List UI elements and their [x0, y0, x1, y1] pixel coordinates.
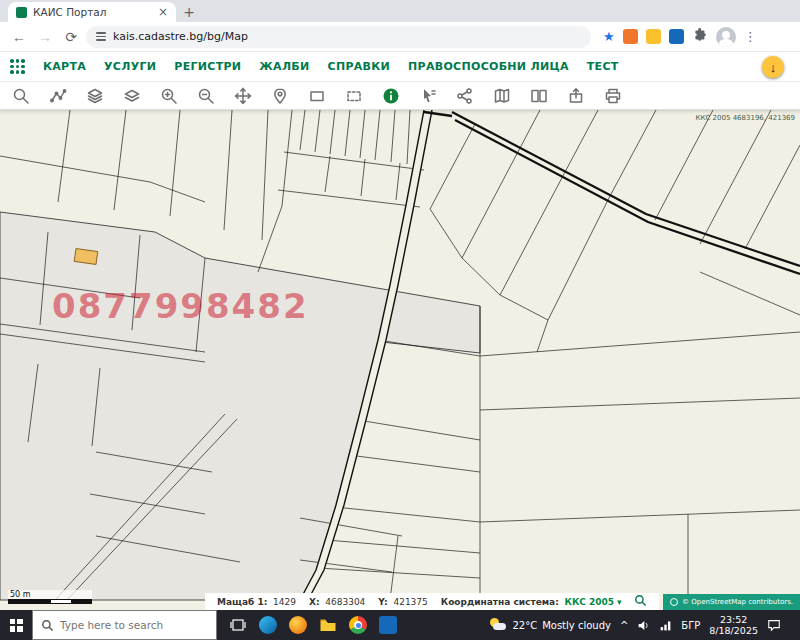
forward-icon[interactable]: → [34, 29, 56, 45]
volume-icon[interactable] [637, 619, 650, 632]
firefox-app-icon[interactable] [289, 616, 307, 634]
zoom-out-tool-button[interactable] [197, 87, 215, 105]
layers-outline-tool-button[interactable] [123, 87, 141, 105]
browser-tab[interactable]: КАИС Портал × [8, 2, 176, 22]
bookmark-star-icon[interactable]: ★ [603, 29, 615, 44]
kais-favicon-icon [16, 7, 27, 18]
taskbar-search[interactable] [32, 610, 217, 640]
tab-close-icon[interactable]: × [158, 6, 168, 18]
x-value: 4683304 [325, 597, 365, 607]
edge-app-icon[interactable] [259, 616, 277, 634]
extension-icon-orange[interactable] [623, 29, 638, 44]
zoom-in-icon [160, 87, 178, 105]
pan-icon [234, 87, 252, 105]
cadastre-map[interactable]: 0877998482 ККС 2005 4683196, 421369 [0, 110, 800, 610]
location-tool-button[interactable] [271, 87, 289, 105]
reload-icon[interactable]: ⟳ [60, 29, 82, 45]
nav-item-karta[interactable]: КАРТА [43, 60, 86, 73]
tray-chevron-up-icon[interactable]: ^ [620, 620, 628, 631]
nav-item-pravosposobni-litsa[interactable]: ПРАВОСПОСОБНИ ЛИЦА [408, 60, 569, 73]
search-icon [12, 87, 30, 105]
zoom-out-icon [197, 87, 215, 105]
task-view-button[interactable] [229, 616, 247, 634]
folded-map-icon [493, 87, 511, 105]
layers-tool-button[interactable] [86, 87, 104, 105]
search-tool-button[interactable] [12, 87, 30, 105]
map-tool-button[interactable] [493, 87, 511, 105]
download-button[interactable]: ↓ [762, 56, 784, 78]
export-tool-button[interactable] [567, 87, 585, 105]
layers-outline-icon [123, 87, 141, 105]
share-tool-button[interactable] [456, 87, 474, 105]
extensions-puzzle-icon[interactable] [692, 27, 708, 47]
weather-icon [489, 617, 507, 633]
rect-dashed-tool-button[interactable] [345, 87, 363, 105]
scale-bar: 50 m [8, 590, 92, 604]
draw-nodes-tool-button[interactable] [49, 87, 67, 105]
status-search-icon[interactable] [634, 594, 647, 609]
y-value: 421375 [393, 597, 427, 607]
location-pin-icon [271, 87, 289, 105]
rect-select-tool-button[interactable] [308, 87, 326, 105]
watermark-phone: 0877998482 [52, 286, 309, 326]
compare-tool-button[interactable] [530, 87, 548, 105]
back-icon[interactable]: ← [8, 29, 30, 45]
tab-title: КАИС Портал [33, 6, 152, 18]
taskbar-search-input[interactable] [60, 619, 200, 631]
network-icon[interactable] [659, 619, 672, 632]
nav-item-registri[interactable]: РЕГИСТРИ [174, 60, 241, 73]
scale-label: Мащаб 1: [217, 597, 267, 607]
windows-logo-icon [10, 619, 23, 632]
pan-tool-button[interactable] [234, 87, 252, 105]
language-indicator[interactable]: БГР [681, 620, 700, 631]
rectangle-icon [308, 87, 326, 105]
pointer-info-icon [419, 87, 437, 105]
new-tab-button[interactable]: + [176, 2, 202, 22]
osm-attribution[interactable]: © OpenStreetMap contributors. [663, 594, 800, 610]
print-tool-button[interactable] [604, 87, 622, 105]
compare-panes-icon [530, 87, 548, 105]
blue-app-icon[interactable] [379, 616, 397, 634]
nav-item-spravki[interactable]: СПРАВКИ [328, 60, 391, 73]
browser-menu-icon[interactable]: ⋮ [744, 29, 757, 44]
taskbar-clock[interactable]: 23:52 8/18/2025 [709, 614, 758, 637]
chrome-app-icon[interactable] [349, 616, 367, 634]
zoom-in-tool-button[interactable] [160, 87, 178, 105]
map-status-bar: Мащаб 1: 1429 X: 4683304 Y: 421375 Коорд… [205, 593, 659, 610]
buildings-layer [74, 249, 98, 265]
y-label: Y: [378, 597, 387, 607]
osm-logo-icon [670, 598, 678, 606]
nav-item-uslugi[interactable]: УСЛУГИ [104, 60, 156, 73]
url-bar[interactable]: kais.cadastre.bg/bg/Map [86, 26, 591, 48]
extension-icon-yellow[interactable] [646, 29, 661, 44]
extension-icon-blue[interactable] [669, 29, 684, 44]
x-label: X: [309, 597, 320, 607]
weather-desc: Mostly cloudy [542, 620, 611, 631]
profile-avatar[interactable] [716, 27, 736, 47]
crs-dropdown-icon[interactable]: ▾ [617, 597, 622, 607]
nav-item-test[interactable]: ТЕСТ [587, 60, 619, 73]
corner-coordinates: ККС 2005 4683196, 421369 [696, 114, 795, 122]
taskbar-search-icon [41, 619, 54, 632]
clock-date: 8/18/2025 [709, 625, 758, 636]
weather-temp: 22°C [512, 620, 537, 631]
browser-tab-bar: КАИС Портал × + [0, 0, 800, 22]
site-settings-icon[interactable] [96, 32, 106, 41]
building [74, 249, 98, 265]
pointer-info-tool-button[interactable] [419, 87, 437, 105]
layers-icon [86, 87, 104, 105]
share-nodes-icon [456, 87, 474, 105]
nav-item-zhalbi[interactable]: ЖАЛБИ [259, 60, 309, 73]
info-icon [382, 87, 400, 105]
apps-grid-icon[interactable] [10, 59, 25, 74]
start-button[interactable] [0, 610, 32, 640]
draw-nodes-icon [49, 87, 67, 105]
scale-value[interactable]: 1429 [273, 597, 296, 607]
map-viewport[interactable]: 0877998482 ККС 2005 4683196, 421369 50 m… [0, 110, 800, 610]
file-explorer-icon[interactable] [319, 616, 337, 634]
action-center-icon[interactable] [767, 618, 781, 632]
info-tool-button[interactable] [382, 87, 400, 105]
crs-value[interactable]: ККС 2005 [565, 597, 615, 607]
print-icon [604, 87, 622, 105]
taskbar-weather[interactable]: 22°C Mostly cloudy [489, 617, 610, 633]
